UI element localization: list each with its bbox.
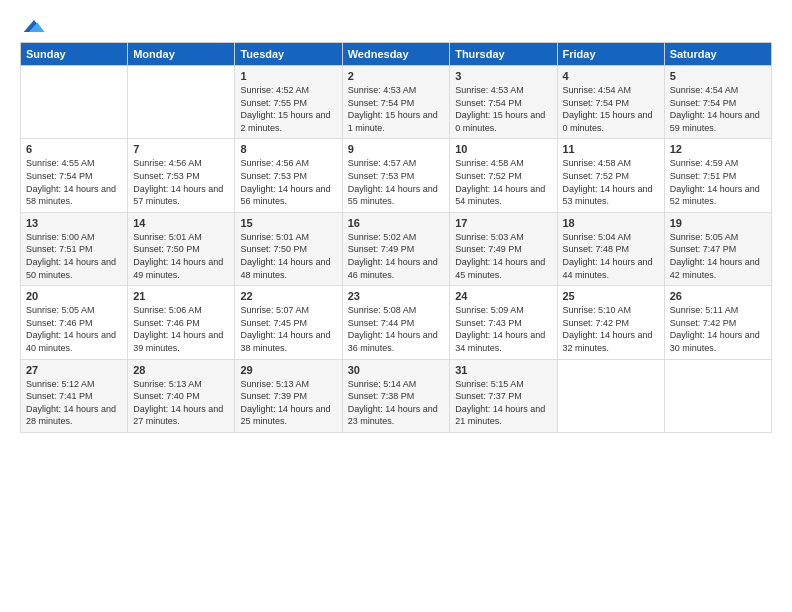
weekday-header: Tuesday xyxy=(235,43,342,66)
calendar-cell: 10Sunrise: 4:58 AMSunset: 7:52 PMDayligh… xyxy=(450,139,557,212)
weekday-header: Saturday xyxy=(664,43,771,66)
calendar-cell: 23Sunrise: 5:08 AMSunset: 7:44 PMDayligh… xyxy=(342,286,450,359)
day-number: 5 xyxy=(670,70,766,82)
day-info: Sunrise: 4:58 AMSunset: 7:52 PMDaylight:… xyxy=(563,157,659,207)
calendar-cell: 26Sunrise: 5:11 AMSunset: 7:42 PMDayligh… xyxy=(664,286,771,359)
calendar-cell: 22Sunrise: 5:07 AMSunset: 7:45 PMDayligh… xyxy=(235,286,342,359)
day-info: Sunrise: 5:07 AMSunset: 7:45 PMDaylight:… xyxy=(240,304,336,354)
day-info: Sunrise: 4:57 AMSunset: 7:53 PMDaylight:… xyxy=(348,157,445,207)
calendar-cell: 13Sunrise: 5:00 AMSunset: 7:51 PMDayligh… xyxy=(21,212,128,285)
weekday-header: Wednesday xyxy=(342,43,450,66)
calendar-cell xyxy=(128,66,235,139)
calendar-cell: 19Sunrise: 5:05 AMSunset: 7:47 PMDayligh… xyxy=(664,212,771,285)
day-number: 11 xyxy=(563,143,659,155)
day-number: 24 xyxy=(455,290,551,302)
calendar-cell: 29Sunrise: 5:13 AMSunset: 7:39 PMDayligh… xyxy=(235,359,342,432)
day-info: Sunrise: 4:55 AMSunset: 7:54 PMDaylight:… xyxy=(26,157,122,207)
calendar-cell: 20Sunrise: 5:05 AMSunset: 7:46 PMDayligh… xyxy=(21,286,128,359)
calendar-cell: 17Sunrise: 5:03 AMSunset: 7:49 PMDayligh… xyxy=(450,212,557,285)
calendar-cell xyxy=(21,66,128,139)
calendar-week-row: 13Sunrise: 5:00 AMSunset: 7:51 PMDayligh… xyxy=(21,212,772,285)
day-info: Sunrise: 5:01 AMSunset: 7:50 PMDaylight:… xyxy=(133,231,229,281)
day-info: Sunrise: 5:02 AMSunset: 7:49 PMDaylight:… xyxy=(348,231,445,281)
day-number: 2 xyxy=(348,70,445,82)
day-number: 22 xyxy=(240,290,336,302)
weekday-header: Sunday xyxy=(21,43,128,66)
weekday-header: Monday xyxy=(128,43,235,66)
calendar-header-row: SundayMondayTuesdayWednesdayThursdayFrid… xyxy=(21,43,772,66)
calendar-cell: 4Sunrise: 4:54 AMSunset: 7:54 PMDaylight… xyxy=(557,66,664,139)
weekday-header: Thursday xyxy=(450,43,557,66)
day-number: 12 xyxy=(670,143,766,155)
calendar-cell xyxy=(557,359,664,432)
day-number: 4 xyxy=(563,70,659,82)
day-number: 17 xyxy=(455,217,551,229)
day-number: 9 xyxy=(348,143,445,155)
day-number: 18 xyxy=(563,217,659,229)
calendar-cell: 3Sunrise: 4:53 AMSunset: 7:54 PMDaylight… xyxy=(450,66,557,139)
day-number: 16 xyxy=(348,217,445,229)
calendar-cell: 9Sunrise: 4:57 AMSunset: 7:53 PMDaylight… xyxy=(342,139,450,212)
day-number: 14 xyxy=(133,217,229,229)
day-info: Sunrise: 5:05 AMSunset: 7:46 PMDaylight:… xyxy=(26,304,122,354)
day-number: 6 xyxy=(26,143,122,155)
calendar-cell: 11Sunrise: 4:58 AMSunset: 7:52 PMDayligh… xyxy=(557,139,664,212)
calendar-table: SundayMondayTuesdayWednesdayThursdayFrid… xyxy=(20,42,772,433)
calendar-cell: 21Sunrise: 5:06 AMSunset: 7:46 PMDayligh… xyxy=(128,286,235,359)
day-info: Sunrise: 5:01 AMSunset: 7:50 PMDaylight:… xyxy=(240,231,336,281)
day-number: 13 xyxy=(26,217,122,229)
day-info: Sunrise: 5:13 AMSunset: 7:40 PMDaylight:… xyxy=(133,378,229,428)
day-number: 29 xyxy=(240,364,336,376)
day-info: Sunrise: 5:06 AMSunset: 7:46 PMDaylight:… xyxy=(133,304,229,354)
day-info: Sunrise: 5:09 AMSunset: 7:43 PMDaylight:… xyxy=(455,304,551,354)
day-info: Sunrise: 4:56 AMSunset: 7:53 PMDaylight:… xyxy=(240,157,336,207)
calendar-cell: 6Sunrise: 4:55 AMSunset: 7:54 PMDaylight… xyxy=(21,139,128,212)
day-number: 31 xyxy=(455,364,551,376)
calendar-cell: 7Sunrise: 4:56 AMSunset: 7:53 PMDaylight… xyxy=(128,139,235,212)
day-number: 1 xyxy=(240,70,336,82)
day-info: Sunrise: 4:54 AMSunset: 7:54 PMDaylight:… xyxy=(563,84,659,134)
calendar-cell: 18Sunrise: 5:04 AMSunset: 7:48 PMDayligh… xyxy=(557,212,664,285)
day-info: Sunrise: 5:00 AMSunset: 7:51 PMDaylight:… xyxy=(26,231,122,281)
day-number: 8 xyxy=(240,143,336,155)
day-number: 23 xyxy=(348,290,445,302)
day-info: Sunrise: 5:11 AMSunset: 7:42 PMDaylight:… xyxy=(670,304,766,354)
day-number: 27 xyxy=(26,364,122,376)
calendar-cell: 25Sunrise: 5:10 AMSunset: 7:42 PMDayligh… xyxy=(557,286,664,359)
day-info: Sunrise: 5:14 AMSunset: 7:38 PMDaylight:… xyxy=(348,378,445,428)
day-number: 10 xyxy=(455,143,551,155)
day-number: 25 xyxy=(563,290,659,302)
day-number: 21 xyxy=(133,290,229,302)
day-number: 30 xyxy=(348,364,445,376)
weekday-header: Friday xyxy=(557,43,664,66)
day-number: 20 xyxy=(26,290,122,302)
calendar-cell: 24Sunrise: 5:09 AMSunset: 7:43 PMDayligh… xyxy=(450,286,557,359)
day-info: Sunrise: 4:56 AMSunset: 7:53 PMDaylight:… xyxy=(133,157,229,207)
day-info: Sunrise: 5:10 AMSunset: 7:42 PMDaylight:… xyxy=(563,304,659,354)
day-info: Sunrise: 5:03 AMSunset: 7:49 PMDaylight:… xyxy=(455,231,551,281)
day-info: Sunrise: 5:04 AMSunset: 7:48 PMDaylight:… xyxy=(563,231,659,281)
calendar-week-row: 1Sunrise: 4:52 AMSunset: 7:55 PMDaylight… xyxy=(21,66,772,139)
day-info: Sunrise: 4:59 AMSunset: 7:51 PMDaylight:… xyxy=(670,157,766,207)
calendar-week-row: 20Sunrise: 5:05 AMSunset: 7:46 PMDayligh… xyxy=(21,286,772,359)
day-info: Sunrise: 4:58 AMSunset: 7:52 PMDaylight:… xyxy=(455,157,551,207)
day-number: 15 xyxy=(240,217,336,229)
calendar-cell: 28Sunrise: 5:13 AMSunset: 7:40 PMDayligh… xyxy=(128,359,235,432)
header xyxy=(20,16,772,32)
calendar-week-row: 6Sunrise: 4:55 AMSunset: 7:54 PMDaylight… xyxy=(21,139,772,212)
day-info: Sunrise: 4:53 AMSunset: 7:54 PMDaylight:… xyxy=(455,84,551,134)
day-number: 26 xyxy=(670,290,766,302)
calendar-cell: 15Sunrise: 5:01 AMSunset: 7:50 PMDayligh… xyxy=(235,212,342,285)
day-info: Sunrise: 4:53 AMSunset: 7:54 PMDaylight:… xyxy=(348,84,445,134)
day-info: Sunrise: 5:08 AMSunset: 7:44 PMDaylight:… xyxy=(348,304,445,354)
calendar-cell: 31Sunrise: 5:15 AMSunset: 7:37 PMDayligh… xyxy=(450,359,557,432)
day-info: Sunrise: 4:52 AMSunset: 7:55 PMDaylight:… xyxy=(240,84,336,134)
day-info: Sunrise: 5:15 AMSunset: 7:37 PMDaylight:… xyxy=(455,378,551,428)
calendar-cell: 8Sunrise: 4:56 AMSunset: 7:53 PMDaylight… xyxy=(235,139,342,212)
logo-icon xyxy=(22,16,46,36)
day-number: 28 xyxy=(133,364,229,376)
calendar-cell: 30Sunrise: 5:14 AMSunset: 7:38 PMDayligh… xyxy=(342,359,450,432)
day-info: Sunrise: 4:54 AMSunset: 7:54 PMDaylight:… xyxy=(670,84,766,134)
page: SundayMondayTuesdayWednesdayThursdayFrid… xyxy=(0,0,792,612)
calendar-cell: 5Sunrise: 4:54 AMSunset: 7:54 PMDaylight… xyxy=(664,66,771,139)
